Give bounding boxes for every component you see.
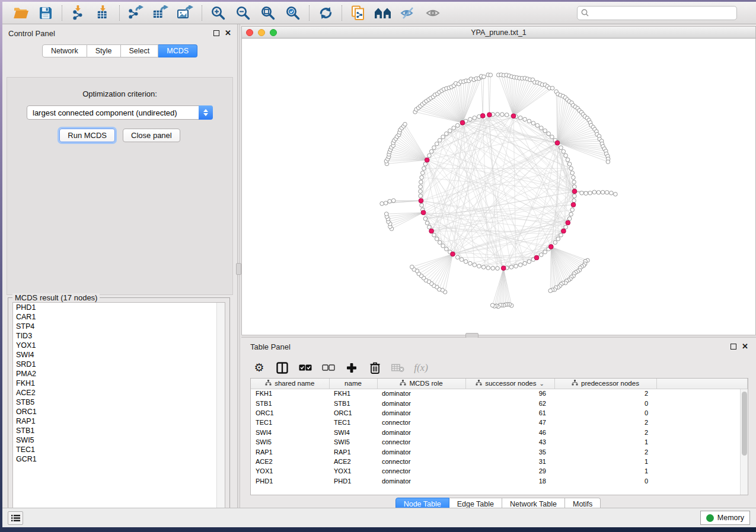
new-network-from-selection-icon[interactable] [348,4,368,22]
table-scrollbar[interactable] [740,389,748,495]
zoom-out-icon[interactable] [233,4,253,22]
table-cell: RAP1 [329,447,377,456]
mcds-result-item[interactable]: YOX1 [13,341,225,350]
table-row[interactable]: RAP1RAP1dominator352 [251,447,748,456]
column-header-MCDS-role[interactable]: MCDS role [377,379,465,389]
add-column-icon[interactable] [345,361,358,374]
toolbar-separator [309,5,310,21]
zoom-selected-icon[interactable] [283,4,303,22]
optimization-criterion-dropdown[interactable]: largest connected component (undirected) [27,105,213,120]
mcds-result-item[interactable]: CAR1 [13,312,225,322]
network-canvas[interactable] [242,39,755,335]
mcds-result-item[interactable]: RAP1 [13,416,225,426]
save-session-icon[interactable] [36,4,56,22]
export-network-icon[interactable] [126,4,146,22]
network-window-title: YPA_prune.txt_1 [242,28,755,37]
column-header-shared-name[interactable]: shared name [251,379,329,389]
network-window-titlebar[interactable]: YPA_prune.txt_1 [242,27,755,39]
table-cell: 1 [554,466,656,476]
show-columns-icon[interactable] [276,361,289,374]
select-all-rows-icon[interactable] [299,361,312,374]
tab-network[interactable]: Network [42,44,87,57]
table-cell: 35 [465,447,554,456]
first-neighbors-icon[interactable] [373,4,393,22]
table-row[interactable]: ACE2ACE2connector311 [251,457,748,466]
search-box[interactable] [577,6,737,20]
tab-select[interactable]: Select [121,44,159,57]
open-file-icon[interactable] [11,4,31,22]
table-cell: STB1 [251,398,329,408]
table-cell: connector [377,457,465,466]
table-cell: PHD1 [329,476,377,486]
run-mcds-button[interactable]: Run MCDS [59,129,115,142]
table-cell-empty [656,398,748,408]
zoom-in-icon[interactable] [208,4,228,22]
export-table-icon[interactable] [151,4,171,22]
network-graph[interactable] [242,39,755,334]
mcds-result-item[interactable]: STP4 [13,322,225,331]
table-row[interactable]: SWI5SWI5connector431 [251,437,748,447]
control-panel: Control Panel ✕ NetworkStyleSelectMCDS O… [2,24,237,508]
table-row[interactable]: TEC1TEC1connector472 [251,418,748,427]
table-row[interactable]: PHD1PHD1dominator180 [251,476,748,486]
mcds-result-list[interactable]: PHD1CAR1STP4TID3YOX1SWI4SRD1PMA2FKH1ACE2… [12,302,225,515]
mcds-result-item[interactable]: TID3 [13,331,225,341]
panel-menu-button[interactable] [8,511,23,525]
mcds-result-item[interactable]: FKH1 [13,379,225,388]
table-row[interactable]: FKH1FKH1dominator962 [251,389,748,398]
column-header-predecessor-nodes[interactable]: predecessor nodes [554,379,656,389]
mcds-result-item[interactable]: ACE2 [13,388,225,398]
table-row[interactable]: SWI4SWI4dominator462 [251,428,748,437]
close-panel-icon[interactable]: ✕ [225,30,231,36]
table-row[interactable]: STB1STB1dominator620 [251,398,748,408]
close-panel-button[interactable]: Close panel [123,129,180,142]
table-cell: ORC1 [251,408,329,418]
deselect-all-rows-icon[interactable] [322,361,335,374]
search-input[interactable] [591,9,733,17]
delete-column-icon[interactable] [368,361,381,374]
mcds-result-item[interactable]: SWI4 [13,350,225,360]
export-image-icon[interactable] [176,4,196,22]
float-panel-icon[interactable] [213,30,219,36]
column-header-empty [656,379,748,389]
table-cell: SWI5 [251,437,329,447]
toolbar-separator [62,5,62,21]
dropdown-value: largest connected component (undirected) [33,108,177,117]
mcds-result-item[interactable]: STB1 [13,426,225,435]
result-list-scrollbar[interactable] [216,303,225,514]
import-network-icon[interactable] [68,4,88,22]
toolbar-separator [202,5,202,21]
mcds-result-item[interactable]: GCR1 [13,454,225,464]
mcds-result-item[interactable]: SRD1 [13,360,225,369]
zoom-fit-icon[interactable] [258,4,278,22]
column-namespace-icon [400,380,406,387]
table-cell: 2 [554,418,656,427]
tab-style[interactable]: Style [87,44,121,57]
hide-selected-icon[interactable] [398,4,418,22]
table-scrollbar-thumb[interactable] [742,392,747,456]
close-panel-icon[interactable]: ✕ [742,344,748,350]
mcds-result-item[interactable]: PMA2 [13,369,225,379]
import-table-icon[interactable] [93,4,113,22]
table-settings-icon[interactable]: ⚙ [253,361,266,374]
float-panel-icon[interactable] [731,344,736,350]
app-window: Control Panel ✕ NetworkStyleSelectMCDS O… [2,2,756,527]
show-all-icon[interactable] [423,4,443,22]
table-row[interactable]: YOX1YOX1connector291 [251,466,748,476]
mcds-result-item[interactable]: PHD1 [13,303,225,312]
apply-layout-icon[interactable] [315,4,336,22]
table-cell: dominator [377,447,465,456]
mcds-result-item[interactable]: TEC1 [13,445,225,454]
table-row[interactable]: ORC1ORC1dominator610 [251,408,748,418]
memory-button[interactable]: Memory [700,511,750,525]
table-cell: ACE2 [251,457,329,466]
table-cell: FKH1 [251,389,329,398]
table-panel: Table Panel ✕ ⚙f(x) shared namenameMCDS … [240,338,756,508]
mcds-result-item[interactable]: SWI5 [13,435,225,445]
mcds-result-item[interactable]: STB5 [13,398,225,407]
tab-mcds[interactable]: MCDS [158,44,197,57]
column-header-successor-nodes[interactable]: successor nodes⌄ [465,379,554,389]
table-cell: 2 [554,447,656,456]
column-header-name[interactable]: name [329,379,377,389]
mcds-result-item[interactable]: ORC1 [13,407,225,416]
